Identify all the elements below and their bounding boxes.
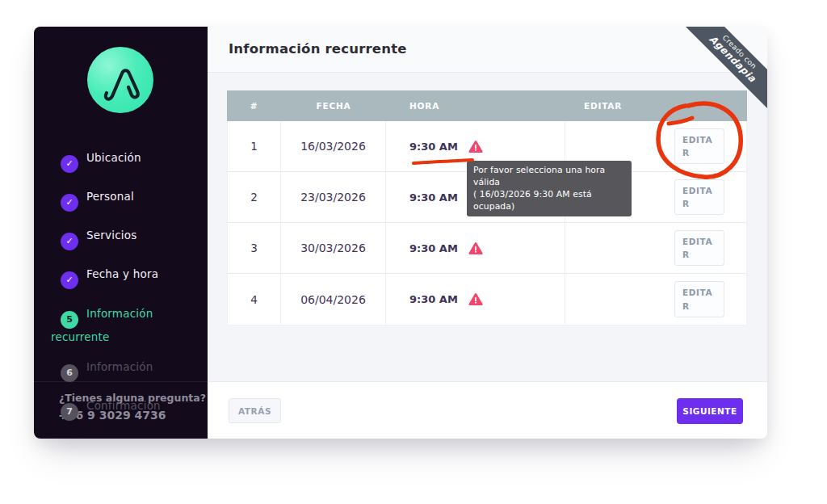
- footer-bar: ATRÁS SIGUIENTE: [208, 381, 767, 439]
- atras-button[interactable]: ATRÁS: [229, 398, 281, 423]
- column-header-hora: HORA: [386, 101, 565, 111]
- warning-icon: [468, 140, 483, 153]
- table-row: 3 30/03/2026 9:30 AM EDITAR: [228, 223, 746, 274]
- cell-editar: EDITAR: [565, 274, 746, 325]
- hora-value: 9:30 AM: [409, 191, 458, 204]
- validation-tooltip: Por favor selecciona una hora válida ( 1…: [467, 161, 632, 216]
- step-badge: 7: [61, 403, 78, 421]
- warning-icon: [468, 292, 483, 306]
- hora-value: 9:30 AM: [409, 242, 458, 254]
- warning-icon: [468, 242, 483, 255]
- cell-fecha: 06/04/2026: [281, 274, 386, 325]
- cell-hora: 9:30 AM: [386, 274, 565, 325]
- step-label: Fecha y hora: [86, 267, 158, 280]
- table-row: 4 06/04/2026 9:30 AM EDITAR: [228, 274, 746, 325]
- cell-num: 2: [228, 172, 281, 222]
- corner-ribbon-box: Creado con Agendapia: [678, 27, 767, 116]
- sidebar-step-ubicación[interactable]: ✓Ubicación: [51, 149, 206, 173]
- sidebar-step-fecha-y-hora[interactable]: ✓Fecha y hora: [51, 266, 206, 289]
- sidebar-step-información-recurrente[interactable]: 5Información recurrente: [51, 305, 206, 345]
- step-label: Información: [86, 360, 153, 373]
- step-badge: ✓: [61, 155, 78, 173]
- cell-num: 1: [228, 121, 281, 171]
- siguiente-button[interactable]: SIGUIENTE: [677, 398, 743, 424]
- hora-value: 9:30 AM: [409, 293, 458, 305]
- wizard-card: ✓Ubicación ✓Personal ✓Servicios ✓Fecha y…: [34, 27, 767, 439]
- step-label: Servicios: [86, 229, 136, 242]
- table-header-row: # FECHA HORA EDITAR: [227, 90, 747, 121]
- editar-button[interactable]: EDITAR: [674, 281, 724, 317]
- step-label: Ubicación: [86, 151, 141, 164]
- cell-num: 4: [228, 274, 281, 325]
- cell-fecha: 16/03/2026: [281, 121, 386, 171]
- editar-button[interactable]: EDITAR: [674, 230, 724, 267]
- hora-value: 9:30 AM: [409, 141, 458, 153]
- column-header-fecha: FECHA: [281, 101, 386, 111]
- corner-ribbon[interactable]: Creado con Agendapia: [679, 27, 767, 112]
- step-badge: 5: [61, 311, 78, 329]
- column-header-num: #: [227, 101, 281, 111]
- cell-hora: 9:30 AM: [386, 223, 565, 273]
- step-label: Personal: [86, 190, 134, 203]
- sidebar-step-confirmación[interactable]: 7Confirmación: [51, 397, 206, 421]
- step-badge: ✓: [61, 271, 78, 289]
- sidebar-step-personal[interactable]: ✓Personal: [51, 188, 206, 212]
- step-badge: ✓: [61, 233, 78, 250]
- step-badge: ✓: [61, 194, 78, 212]
- page-title: Información recurrente: [229, 41, 407, 57]
- cell-num: 3: [228, 223, 281, 273]
- cell-editar: EDITAR: [565, 223, 746, 273]
- sidebar-step-servicios[interactable]: ✓Servicios: [51, 227, 206, 250]
- cell-fecha: 30/03/2026: [281, 223, 386, 273]
- sidebar-step-información[interactable]: 6Información: [51, 359, 206, 382]
- table-body: 1 16/03/2026 9:30 AM EDITAR: [227, 121, 747, 326]
- editar-button[interactable]: EDITAR: [674, 128, 724, 165]
- editar-button[interactable]: EDITAR: [674, 179, 724, 216]
- step-badge: 6: [61, 364, 78, 382]
- agendapia-logo-glyph: [87, 47, 153, 113]
- step-label: Confirmación: [86, 399, 161, 412]
- tooltip-line2: ( 16/03/2026 9:30 AM está ocupada): [473, 188, 625, 212]
- sidebar: ✓Ubicación ✓Personal ✓Servicios ✓Fecha y…: [34, 27, 208, 439]
- cell-fecha: 23/03/2026: [281, 172, 386, 222]
- agendapia-logo: [87, 47, 153, 113]
- tooltip-line1: Por favor selecciona una hora válida: [473, 164, 625, 188]
